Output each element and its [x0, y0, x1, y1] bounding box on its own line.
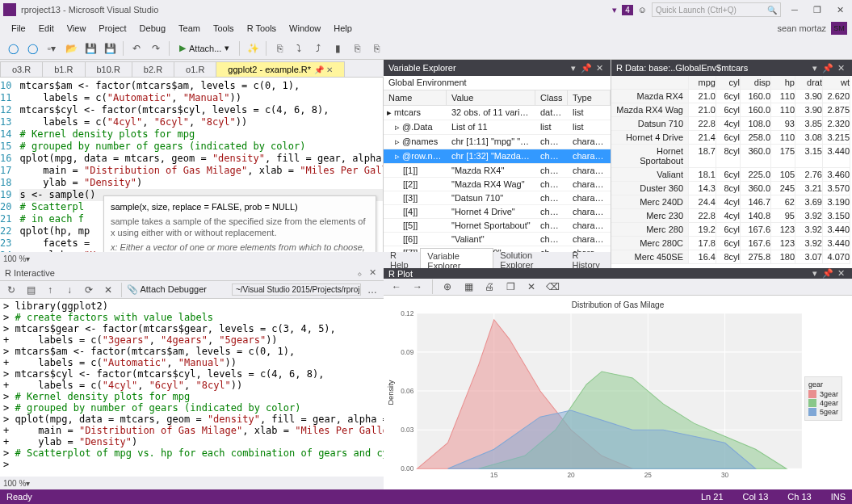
- save-icon[interactable]: 💾: [82, 40, 99, 57]
- close-icon[interactable]: ✕: [366, 267, 379, 278]
- close-button[interactable]: ✕: [831, 3, 849, 16]
- varexp-grid[interactable]: ▸ mtcars32 obs. of 11 variables 🔍data.fr…: [384, 106, 611, 252]
- copy-icon[interactable]: ❐: [502, 279, 518, 295]
- pdf-icon[interactable]: 🖨: [481, 279, 497, 295]
- bookmark-icon[interactable]: ▮: [329, 40, 346, 57]
- rdata-row[interactable]: Duster 36014.38cyl360.02453.213.570: [611, 182, 852, 195]
- editor-tab[interactable]: o1.R: [174, 61, 216, 77]
- dropdown-icon[interactable]: ▾: [808, 268, 821, 279]
- svg-text:0.00: 0.00: [401, 465, 413, 472]
- close-icon[interactable]: ✕: [834, 268, 847, 279]
- editor-tab[interactable]: b10.R: [85, 61, 132, 77]
- varexp-row[interactable]: ▹ @nameschr [1:11] "mpg" "cyl" "disp"cha…: [384, 135, 611, 149]
- open-icon[interactable]: 📂: [63, 40, 79, 57]
- save-all-icon[interactable]: 💾: [102, 40, 118, 57]
- varexp-row[interactable]: [[3]]"Datsun 710"charactercharacter: [384, 191, 611, 205]
- down-icon[interactable]: ↓: [61, 282, 78, 298]
- rdata-row[interactable]: Merc 23022.84cyl140.8953.923.150: [611, 209, 852, 223]
- wand-icon[interactable]: ✨: [245, 40, 261, 57]
- rdata-row[interactable]: Merc 450SE16.48cyl275.81803.074.070: [611, 250, 852, 264]
- rinteractive-console[interactable]: > library(ggplot2)> # create factors wit…: [0, 299, 384, 477]
- menu-view[interactable]: View: [61, 21, 93, 36]
- environment-label[interactable]: Global Environment: [384, 76, 611, 90]
- clear-icon[interactable]: ▤: [23, 282, 39, 298]
- attach-button[interactable]: ▶Attach...▾: [174, 41, 234, 55]
- step-icon[interactable]: ⎘: [271, 40, 287, 57]
- minimize-button[interactable]: ─: [786, 3, 804, 16]
- rdata-row[interactable]: Merc 240D24.44cyl146.7623.693.190: [611, 195, 852, 209]
- rdata-row[interactable]: Mazda RX421.06cyl160.01103.902.620: [611, 90, 852, 103]
- export-icon[interactable]: ▦: [460, 279, 476, 295]
- menu-team[interactable]: Team: [172, 21, 207, 36]
- menu-edit[interactable]: Edit: [32, 21, 61, 36]
- user-avatar[interactable]: SM: [831, 22, 847, 35]
- rdata-row[interactable]: Mazda RX4 Wag21.06cyl160.01103.902.875: [611, 103, 852, 117]
- varexp-row[interactable]: ▹ @.DataList of 11listlist: [384, 120, 611, 135]
- next-plot-icon[interactable]: →: [409, 279, 426, 295]
- editor-zoom[interactable]: 100 % ▾: [0, 252, 384, 265]
- pin-icon[interactable]: 📌: [821, 63, 834, 74]
- step-out-icon[interactable]: ⤴: [310, 40, 326, 57]
- undo-icon[interactable]: ↶: [128, 40, 145, 57]
- code-editor[interactable]: 101112131415161718192021222324252627 mtc…: [0, 78, 384, 252]
- close-icon[interactable]: ✕: [834, 63, 847, 74]
- comment-icon[interactable]: ⎘: [349, 40, 365, 57]
- nav-back-icon[interactable]: ◯: [5, 40, 21, 57]
- rdata-row[interactable]: Merc 280C17.86cyl167.61233.923.440: [611, 237, 852, 250]
- quick-launch-input[interactable]: Quick Launch (Ctrl+Q) 🔍: [652, 2, 781, 17]
- rdata-row[interactable]: Merc 28019.26cyl167.61233.923.440: [611, 223, 852, 237]
- notification-badge[interactable]: 4: [622, 5, 633, 15]
- history-icon[interactable]: ⟳: [81, 282, 97, 298]
- remove-icon[interactable]: ✕: [523, 279, 539, 295]
- menu-window[interactable]: Window: [283, 21, 327, 36]
- rdata-row[interactable]: Datsun 71022.84cyl108.0933.852.320: [611, 117, 852, 131]
- menu-help[interactable]: Help: [327, 21, 359, 36]
- varexp-row[interactable]: ▹ @row.nameschr [1:32] "Mazda RX4" "Mach…: [384, 149, 611, 164]
- cancel-icon[interactable]: ✕: [100, 282, 116, 298]
- up-icon[interactable]: ↑: [42, 282, 58, 298]
- step-over-icon[interactable]: ⤵: [291, 40, 307, 57]
- feedback-icon[interactable]: ☺: [638, 5, 647, 15]
- restore-button[interactable]: ❐: [808, 3, 826, 16]
- attach-debugger-button[interactable]: 📎 Attach Debugger: [127, 284, 207, 295]
- working-dir-input[interactable]: ~/Visual Studio 2015/Projects/rproject13…: [232, 284, 361, 296]
- browse-icon[interactable]: …: [364, 282, 380, 298]
- editor-tab[interactable]: o3.R: [0, 61, 43, 77]
- menu-project[interactable]: Project: [92, 21, 132, 36]
- pin-icon[interactable]: 📌: [580, 63, 593, 74]
- menu-debug[interactable]: Debug: [133, 21, 172, 36]
- varexp-row[interactable]: ▸ mtcars32 obs. of 11 variables 🔍data.fr…: [384, 106, 611, 120]
- pin-icon[interactable]: ⬦: [353, 268, 366, 278]
- rdata-row[interactable]: Valiant18.16cyl225.01052.763.460: [611, 168, 852, 182]
- varexp-row[interactable]: [[5]]"Hornet Sportabout"charactercharact…: [384, 219, 611, 233]
- varexp-row[interactable]: [[1]]"Mazda RX4"charactercharacter: [384, 164, 611, 178]
- menu-rtools[interactable]: R Tools: [241, 21, 283, 36]
- zoom-icon[interactable]: ⊕: [439, 279, 455, 295]
- reset-icon[interactable]: ↻: [3, 282, 19, 298]
- editor-tab[interactable]: b1.R: [42, 61, 85, 77]
- prev-plot-icon[interactable]: ←: [388, 279, 405, 295]
- varexp-row[interactable]: [[4]]"Hornet 4 Drive"charactercharacter: [384, 205, 611, 219]
- console-zoom[interactable]: 100 % ▾: [0, 477, 384, 489]
- editor-tab[interactable]: b2.R: [132, 61, 174, 77]
- uncomment-icon[interactable]: ⎘: [368, 40, 384, 57]
- rdata-row[interactable]: Hornet 4 Drive21.46cyl258.01103.083.215: [611, 131, 852, 145]
- varexp-row[interactable]: [[6]]"Valiant"charactercharacter: [384, 233, 611, 246]
- new-file-icon[interactable]: ▫▾: [44, 40, 60, 57]
- rdata-row[interactable]: Hornet Sportabout18.78cyl360.01753.153.4…: [611, 145, 852, 168]
- signed-in-user[interactable]: sean mortaz: [770, 21, 831, 36]
- dropdown-icon[interactable]: ▾: [808, 63, 821, 74]
- dropdown-icon[interactable]: ▾: [567, 63, 580, 74]
- svg-text:30: 30: [721, 472, 729, 479]
- nav-fwd-icon[interactable]: ◯: [24, 40, 40, 57]
- clear-icon[interactable]: ⌫: [544, 279, 560, 295]
- pin-icon[interactable]: 📌: [821, 268, 834, 279]
- varexp-row[interactable]: [[2]]"Mazda RX4 Wag"charactercharacter: [384, 178, 611, 191]
- redo-icon[interactable]: ↷: [148, 40, 164, 57]
- flag-icon[interactable]: ▾: [612, 5, 617, 15]
- menu-tools[interactable]: Tools: [207, 21, 241, 36]
- menu-file[interactable]: File: [5, 21, 32, 36]
- rdata-grid[interactable]: mpgcyldisphpdratwtMazda RX421.06cyl160.0…: [611, 76, 852, 268]
- close-icon[interactable]: ✕: [593, 63, 606, 74]
- editor-tab[interactable]: ggplot2 - example.R*📌 ✕: [216, 61, 345, 77]
